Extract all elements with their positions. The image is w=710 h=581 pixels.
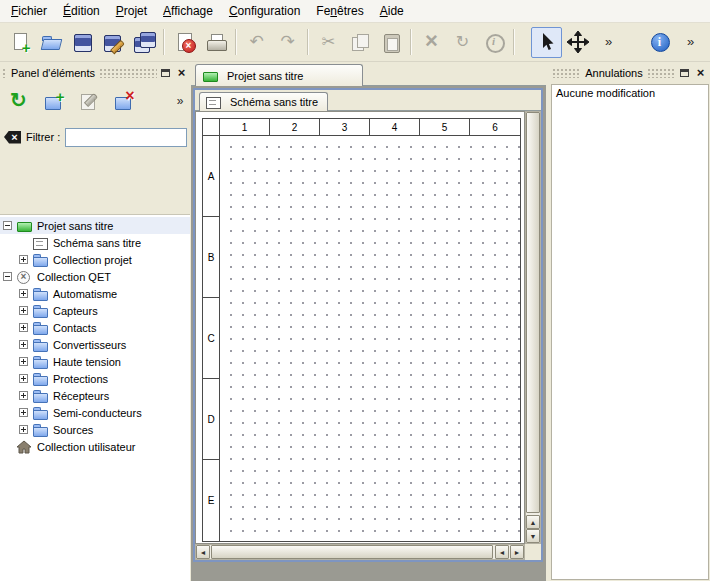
edit-element-icon (78, 90, 100, 112)
tree-item-label: Haute tension (53, 356, 121, 368)
undo-panel-header[interactable]: Annulations (550, 64, 710, 81)
dock-grip[interactable] (647, 68, 676, 78)
tree-item[interactable]: Collection QET (0, 268, 190, 285)
tree-item[interactable]: Convertisseurs (0, 336, 190, 353)
menu-item[interactable]: Fichier (3, 0, 55, 22)
home-icon (16, 440, 33, 454)
tree-expander-icon[interactable] (19, 340, 28, 349)
tree-item[interactable]: Automatisme (0, 285, 190, 302)
tree-item-label: Collection projet (53, 254, 132, 266)
scroll-left-button-2[interactable] (495, 545, 509, 559)
delete-element-button[interactable] (108, 86, 139, 116)
tree-expander-icon[interactable] (19, 306, 28, 315)
cursor-arrow-icon (536, 31, 558, 53)
menu-item[interactable]: Édition (55, 0, 108, 22)
tree-expander-icon[interactable] (19, 425, 28, 434)
tree-item[interactable]: Récepteurs (0, 387, 190, 404)
pan-mode-button[interactable] (562, 27, 593, 58)
close-panel-button[interactable] (693, 66, 708, 80)
print-button[interactable] (200, 27, 231, 58)
tree-expander-icon[interactable] (19, 357, 28, 366)
save-as-button[interactable] (97, 27, 128, 58)
close-panel-button[interactable] (174, 66, 189, 80)
toolbar-overflow-icon[interactable] (172, 94, 188, 108)
filter-bar: Filtrer : (0, 126, 191, 148)
scrollbar-corner (525, 544, 541, 560)
menu-item[interactable]: Projet (108, 0, 155, 22)
tree-item[interactable]: Protections (0, 370, 190, 387)
filter-input[interactable] (65, 128, 187, 147)
tree-expander-icon[interactable] (19, 289, 28, 298)
column-headers: 123456 (220, 119, 520, 136)
tree-expander-icon[interactable] (19, 408, 28, 417)
scroll-up-button[interactable] (526, 515, 540, 529)
mdi-workspace: Schéma sans titre 123456 ABCDE (191, 86, 546, 581)
dock-grip[interactable] (552, 68, 581, 78)
new-project-button[interactable] (4, 27, 35, 58)
scroll-down-button[interactable] (526, 529, 540, 543)
tree-item-label: Convertisseurs (53, 339, 126, 351)
tree-expander-icon[interactable] (19, 374, 28, 383)
hscroll-thumb[interactable] (211, 545, 493, 559)
undo-panel: Annulations Aucune modification (550, 62, 710, 581)
new-element-icon (43, 90, 65, 112)
tree-expander-icon[interactable] (19, 255, 28, 264)
row-header: B (203, 217, 219, 298)
row-header: C (203, 298, 219, 379)
tree-expander-icon[interactable] (3, 221, 12, 230)
menu-item[interactable]: Fenêtres (308, 0, 371, 22)
tree-item[interactable]: Capteurs (0, 302, 190, 319)
tab-project[interactable]: Projet sans titre (195, 64, 363, 86)
horizontal-scrollbar[interactable] (195, 544, 525, 560)
undo-icon (246, 31, 268, 53)
close-project-button[interactable] (169, 27, 200, 58)
column-header: 2 (270, 119, 320, 135)
folder-icon (32, 304, 49, 318)
vertical-scrollbar[interactable] (525, 111, 541, 544)
menubar: FichierÉditionProjetAffichageConfigurati… (0, 0, 710, 23)
clear-filter-icon[interactable] (4, 131, 21, 144)
tree-item[interactable]: Collection utilisateur (0, 438, 190, 455)
undo-list-item[interactable]: Aucune modification (552, 85, 708, 101)
open-project-button[interactable] (35, 27, 66, 58)
scroll-right-button[interactable] (510, 545, 524, 559)
tree-item-label: Capteurs (53, 305, 98, 317)
diagram-tabbar: Schéma sans titre (195, 90, 541, 111)
save-button[interactable] (66, 27, 97, 58)
project-icon (16, 219, 33, 233)
elements-panel-header[interactable]: Panel d'éléments (0, 64, 191, 81)
elements-panel-title: Panel d'éléments (7, 67, 99, 79)
elements-panel: Panel d'éléments Filtrer : Projet sans t… (0, 62, 191, 581)
reload-collections-button[interactable] (3, 86, 34, 116)
tree-item[interactable]: Sources (0, 421, 190, 438)
save-all-button[interactable] (128, 27, 159, 58)
vscroll-thumb[interactable] (526, 112, 540, 513)
rotate-button (447, 27, 478, 58)
toolbar-overflow-right-button[interactable] (675, 27, 706, 58)
project-tabbar: Projet sans titre (191, 62, 546, 86)
tree-expander-icon[interactable] (19, 323, 28, 332)
tree-item[interactable]: Projet sans titre (0, 217, 190, 234)
menu-item[interactable]: Configuration (221, 0, 308, 22)
tree-item[interactable]: Semi-conducteurs (0, 404, 190, 421)
float-panel-button[interactable] (677, 66, 692, 80)
toolbar-overflow-button[interactable] (593, 27, 624, 58)
tree-item[interactable]: Haute tension (0, 353, 190, 370)
tab-diagram[interactable]: Schéma sans titre (199, 92, 328, 111)
select-mode-button[interactable] (531, 27, 562, 58)
dock-grip[interactable] (99, 68, 157, 78)
float-icon (161, 69, 170, 77)
tree-expander-icon[interactable] (3, 272, 12, 281)
tree-item[interactable]: Schéma sans titre (0, 234, 190, 251)
float-panel-button[interactable] (158, 66, 173, 80)
about-button[interactable] (644, 27, 675, 58)
tree-item[interactable]: Collection projet (0, 251, 190, 268)
tree-expander-icon[interactable] (19, 391, 28, 400)
tree-item[interactable]: Contacts (0, 319, 190, 336)
menu-item[interactable]: Aide (372, 0, 412, 22)
diagram-viewport[interactable]: 123456 ABCDE (195, 111, 525, 544)
new-element-button[interactable] (38, 86, 69, 116)
scroll-left-button[interactable] (196, 545, 210, 559)
menu-item[interactable]: Affichage (155, 0, 221, 22)
grid-cells[interactable] (220, 136, 520, 541)
